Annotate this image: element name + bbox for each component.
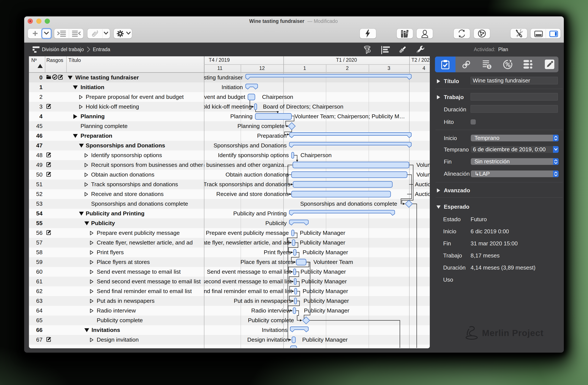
svg-text:$: $ xyxy=(488,65,490,69)
